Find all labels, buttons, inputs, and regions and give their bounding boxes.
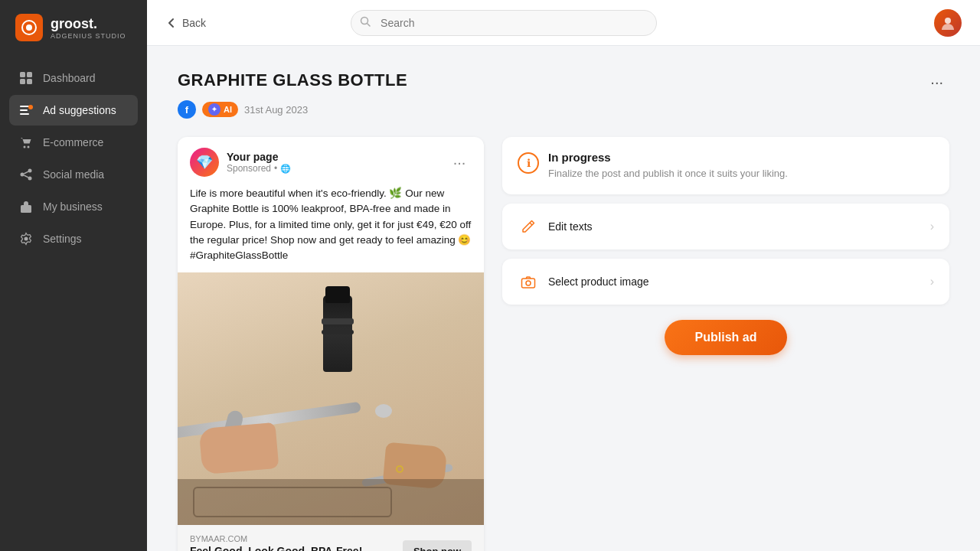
logo-main-text: groost. — [51, 16, 126, 32]
svg-point-9 — [28, 105, 33, 109]
sidebar: groost. ADGENIUS STUDIO Dashboard — [0, 0, 147, 551]
sidebar-label-dashboard: Dashboard — [43, 72, 96, 84]
ad-preview-card: 💎 Your page Sponsored • 🌐 ··· — [178, 137, 484, 551]
svg-rect-2 — [20, 72, 25, 77]
back-arrow-icon — [165, 17, 178, 29]
ad-header: 💎 Your page Sponsored • 🌐 ··· — [178, 137, 484, 183]
sidebar-item-dashboard[interactable]: Dashboard — [9, 63, 138, 93]
dashboard-icon — [18, 70, 34, 86]
two-column-layout: 💎 Your page Sponsored • 🌐 ··· — [178, 137, 949, 551]
sidebar-label-settings: Settings — [43, 233, 82, 245]
svg-rect-4 — [20, 79, 25, 84]
facebook-badge: f — [178, 100, 196, 119]
ad-page-name: Your page — [227, 151, 291, 163]
e-commerce-icon — [18, 135, 34, 150]
svg-rect-5 — [27, 79, 32, 84]
sidebar-label-e-commerce: E-commerce — [43, 136, 103, 148]
status-icon: ℹ — [518, 152, 539, 174]
meta-row: f ✦ AI 31st Aug 2023 — [178, 100, 949, 119]
select-image-card[interactable]: Select product image › — [502, 259, 949, 305]
ad-tagline: Feel Good, Look Good. BPA-Free! — [190, 545, 362, 551]
svg-point-10 — [24, 146, 26, 148]
back-label: Back — [182, 17, 206, 29]
svg-point-11 — [28, 146, 30, 148]
edit-texts-label: Edit texts — [548, 220, 593, 233]
chevron-right-icon-2: › — [930, 275, 934, 289]
svg-point-24 — [526, 281, 531, 285]
logo-icon — [15, 14, 43, 41]
settings-icon — [18, 231, 34, 246]
sidebar-item-ad-suggestions[interactable]: Ad suggestions — [9, 95, 138, 126]
ad-sponsored: Sponsored • 🌐 — [227, 163, 291, 174]
publish-wrap: Publish ad — [502, 314, 949, 355]
sidebar-nav: Dashboard Ad suggestions E- — [0, 55, 147, 262]
main-content: Back GRAPHITE GLASS BOTTLE ··· f — [147, 0, 980, 551]
search-input[interactable] — [351, 10, 657, 36]
ad-page-info: 💎 Your page Sponsored • 🌐 — [190, 148, 291, 177]
globe-icon: 🌐 — [280, 164, 291, 174]
search-icon — [360, 16, 371, 30]
shop-now-button[interactable]: Shop now — [403, 540, 472, 551]
sidebar-label-my-business: My business — [43, 201, 103, 213]
back-button[interactable]: Back — [165, 17, 206, 29]
svg-point-19 — [24, 237, 28, 241]
svg-rect-8 — [20, 113, 29, 115]
topbar: Back — [147, 0, 980, 46]
publish-ad-button[interactable]: Publish ad — [665, 320, 788, 355]
page-title: GRAPHITE GLASS BOTTLE — [178, 70, 407, 90]
sidebar-item-social-media[interactable]: Social media — [9, 159, 138, 190]
svg-rect-23 — [522, 279, 535, 288]
svg-line-15 — [24, 171, 28, 174]
ad-body-text: Life is more beautiful when it's eco-fri… — [178, 183, 484, 272]
logo-sub-text: ADGENIUS STUDIO — [51, 32, 126, 40]
user-avatar — [934, 9, 962, 37]
ai-badge-icon: ✦ — [208, 103, 220, 116]
svg-rect-3 — [27, 72, 32, 77]
svg-rect-7 — [20, 109, 28, 111]
svg-point-22 — [945, 18, 951, 24]
sidebar-item-settings[interactable]: Settings — [9, 223, 138, 254]
svg-point-13 — [21, 173, 24, 177]
svg-line-21 — [368, 23, 371, 26]
search-bar — [351, 10, 657, 36]
page-header: GRAPHITE GLASS BOTTLE ··· — [178, 70, 949, 94]
svg-point-1 — [26, 24, 32, 31]
ad-image-simulation — [178, 272, 484, 525]
status-description: Finalize the post and publish it once it… — [548, 167, 788, 181]
right-panel: ℹ In progress Finalize the post and publ… — [502, 137, 949, 551]
sidebar-label-social-media: Social media — [43, 168, 104, 181]
sidebar-item-my-business[interactable]: My business — [9, 191, 138, 222]
camera-icon — [518, 271, 539, 292]
svg-rect-18 — [24, 208, 28, 210]
my-business-icon — [18, 199, 34, 214]
ad-page-icon: 💎 — [190, 148, 219, 177]
ad-date: 31st Aug 2023 — [244, 104, 308, 116]
status-card: ℹ In progress Finalize the post and publ… — [502, 137, 949, 194]
social-media-icon — [18, 167, 34, 182]
logo: groost. ADGENIUS STUDIO — [0, 0, 147, 55]
ad-more-button[interactable]: ··· — [447, 150, 472, 174]
ad-url: BYMAAR.COM — [190, 534, 362, 543]
ad-bottom: BYMAAR.COM Feel Good, Look Good. BPA-Fre… — [178, 525, 484, 551]
select-image-label: Select product image — [548, 276, 649, 288]
sidebar-item-e-commerce[interactable]: E-commerce — [9, 127, 138, 158]
status-title: In progress — [548, 151, 788, 164]
chevron-right-icon: › — [930, 220, 934, 233]
pencil-icon — [518, 216, 539, 237]
ai-badge: ✦ AI — [202, 102, 238, 117]
edit-texts-card[interactable]: Edit texts › — [502, 204, 949, 249]
ad-image — [178, 272, 484, 525]
sidebar-label-ad-suggestions: Ad suggestions — [43, 104, 116, 116]
ad-suggestions-icon — [18, 103, 34, 118]
svg-line-16 — [24, 175, 28, 178]
page-content: GRAPHITE GLASS BOTTLE ··· f ✦ AI 31st Au… — [147, 46, 980, 551]
more-options-button[interactable]: ··· — [924, 70, 949, 94]
